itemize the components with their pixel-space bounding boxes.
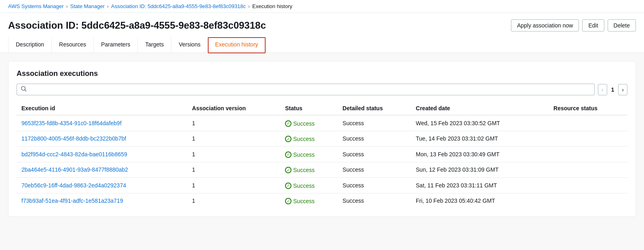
col-header-created-date: Created date — [411, 102, 549, 115]
table-row: 9653f235-fd8b-4354-91c0-18f64dafeb9f1✓Su… — [17, 115, 627, 131]
assoc-version-cell: 1 — [187, 115, 280, 131]
page-header: Association ID: 5ddc6425-a8a9-4555-9e83-… — [0, 13, 644, 53]
success-icon: ✓ — [285, 136, 291, 142]
created-date-cell: Wed, 15 Feb 2023 03:30:52 GMT — [411, 115, 549, 131]
resource-status-cell — [549, 115, 627, 131]
status-cell: ✓Success — [280, 131, 338, 147]
status-badge: ✓Success — [285, 183, 315, 189]
detailed-status-cell: Success — [338, 193, 411, 208]
table-row: 70eb56c9-16ff-4dad-9863-2ed4a02923741✓Su… — [17, 178, 627, 193]
status-label: Success — [293, 136, 315, 142]
breadcrumb-link-systems-manager[interactable]: AWS Systems Manager — [8, 3, 64, 9]
table-row: bd2f954d-ccc2-4843-82da-bae0116b86591✓Su… — [17, 147, 627, 162]
status-label: Success — [293, 198, 315, 204]
created-date-cell: Fri, 10 Feb 2023 05:40:42 GMT — [411, 193, 549, 208]
col-header-resource-status: Resource status — [549, 102, 627, 115]
assoc-version-cell: 1 — [187, 131, 280, 147]
header-actions: Apply association now Edit Delete — [511, 19, 636, 32]
success-icon: ✓ — [285, 167, 291, 173]
detailed-status-cell: Success — [338, 162, 411, 178]
status-badge: ✓Success — [285, 120, 315, 127]
execution-id-link[interactable]: 70eb56c9-16ff-4dad-9863-2ed4a0292374 — [21, 182, 126, 189]
execution-id-cell: 9653f235-fd8b-4354-91c0-18f64dafeb9f — [17, 115, 187, 131]
execution-id-cell: f73b93af-51ea-4f91-adfc-1e581a23a719 — [17, 193, 187, 208]
status-cell: ✓Success — [280, 147, 338, 162]
detailed-status-cell: Success — [338, 147, 411, 162]
main-content: Association executions ‹ 1 › — [0, 53, 644, 225]
status-cell: ✓Success — [280, 178, 338, 193]
resource-status-cell — [549, 193, 627, 208]
breadcrumb-link-state-manager[interactable]: State Manager — [70, 3, 105, 9]
execution-id-link[interactable]: 1172b800-4005-456f-8ddb-bc2322b0b7bf — [21, 135, 126, 142]
breadcrumb-sep-1: › — [66, 4, 68, 9]
breadcrumb-link-association[interactable]: Association ID: 5ddc6425-a8a9-4555-9e83-… — [111, 3, 246, 9]
next-page-button[interactable]: › — [618, 84, 627, 95]
association-executions-card: Association executions ‹ 1 › — [8, 61, 636, 217]
col-header-execution-id: Execution id — [17, 102, 187, 115]
status-label: Success — [293, 167, 315, 173]
created-date-cell: Mon, 13 Feb 2023 03:30:49 GMT — [411, 147, 549, 162]
execution-id-link[interactable]: f73b93af-51ea-4f91-adfc-1e581a23a719 — [21, 197, 123, 204]
breadcrumb-sep-2: › — [107, 4, 109, 9]
status-badge: ✓Success — [285, 136, 315, 142]
tab-execution-history[interactable]: Execution history — [208, 37, 266, 53]
execution-id-link[interactable]: bd2f954d-ccc2-4843-82da-bae0116b8659 — [21, 151, 127, 158]
created-date-cell: Sat, 11 Feb 2023 03:31:11 GMT — [411, 178, 549, 193]
resource-status-cell — [549, 162, 627, 178]
status-cell: ✓Success — [280, 162, 338, 178]
tabs-bar: Description Resources Parameters Targets… — [8, 37, 636, 53]
status-label: Success — [293, 151, 315, 158]
execution-id-cell: 1172b800-4005-456f-8ddb-bc2322b0b7bf — [17, 131, 187, 147]
col-header-detailed-status: Detailed status — [338, 102, 411, 115]
detailed-status-cell: Success — [338, 115, 411, 131]
status-badge: ✓Success — [285, 198, 315, 204]
pagination-controls: ‹ 1 › — [598, 84, 627, 95]
detailed-status-cell: Success — [338, 178, 411, 193]
breadcrumb: AWS Systems Manager › State Manager › As… — [0, 0, 644, 13]
created-date-cell: Tue, 14 Feb 2023 03:31:02 GMT — [411, 131, 549, 147]
assoc-version-cell: 1 — [187, 147, 280, 162]
svg-line-1 — [25, 90, 26, 91]
edit-button[interactable]: Edit — [582, 19, 604, 32]
tab-targets[interactable]: Targets — [137, 37, 171, 53]
status-cell: ✓Success — [280, 193, 338, 208]
assoc-version-cell: 1 — [187, 193, 280, 208]
page-title: Association ID: 5ddc6425-a8a9-4555-9e83-… — [8, 20, 266, 31]
search-row: ‹ 1 › — [17, 84, 627, 95]
execution-id-cell: bd2f954d-ccc2-4843-82da-bae0116b8659 — [17, 147, 187, 162]
executions-table: Execution id Association version Status … — [17, 102, 627, 208]
status-label: Success — [293, 183, 315, 189]
apply-association-now-button[interactable]: Apply association now — [511, 19, 579, 32]
search-input[interactable] — [29, 86, 590, 93]
execution-id-link[interactable]: 9653f235-fd8b-4354-91c0-18f64dafeb9f — [21, 120, 122, 126]
execution-id-cell: 2ba464e5-4116-4901-93a9-8477f8880ab2 — [17, 162, 187, 178]
assoc-version-cell: 1 — [187, 162, 280, 178]
status-label: Success — [293, 120, 315, 127]
page-number: 1 — [610, 86, 616, 93]
success-icon: ✓ — [285, 183, 291, 189]
delete-button[interactable]: Delete — [608, 19, 636, 32]
created-date-cell: Sun, 12 Feb 2023 03:31:09 GMT — [411, 162, 549, 178]
tab-description[interactable]: Description — [8, 37, 52, 53]
prev-page-button[interactable]: ‹ — [598, 84, 607, 95]
resource-status-cell — [549, 131, 627, 147]
tab-parameters[interactable]: Parameters — [93, 37, 138, 53]
success-icon: ✓ — [285, 198, 291, 204]
execution-id-cell: 70eb56c9-16ff-4dad-9863-2ed4a0292374 — [17, 178, 187, 193]
table-row: 1172b800-4005-456f-8ddb-bc2322b0b7bf1✓Su… — [17, 131, 627, 147]
breadcrumb-sep-3: › — [248, 4, 250, 9]
resource-status-cell — [549, 147, 627, 162]
status-badge: ✓Success — [285, 167, 315, 173]
execution-id-link[interactable]: 2ba464e5-4116-4901-93a9-8477f8880ab2 — [21, 166, 128, 173]
tab-versions[interactable]: Versions — [171, 37, 208, 53]
status-badge: ✓Success — [285, 151, 315, 158]
table-row: f73b93af-51ea-4f91-adfc-1e581a23a7191✓Su… — [17, 193, 627, 208]
search-icon — [21, 86, 27, 93]
status-cell: ✓Success — [280, 115, 338, 131]
detailed-status-cell: Success — [338, 131, 411, 147]
col-header-assoc-version: Association version — [187, 102, 280, 115]
table-row: 2ba464e5-4116-4901-93a9-8477f8880ab21✓Su… — [17, 162, 627, 178]
tab-resources[interactable]: Resources — [51, 37, 94, 53]
section-title: Association executions — [17, 69, 627, 78]
search-box — [17, 84, 595, 95]
